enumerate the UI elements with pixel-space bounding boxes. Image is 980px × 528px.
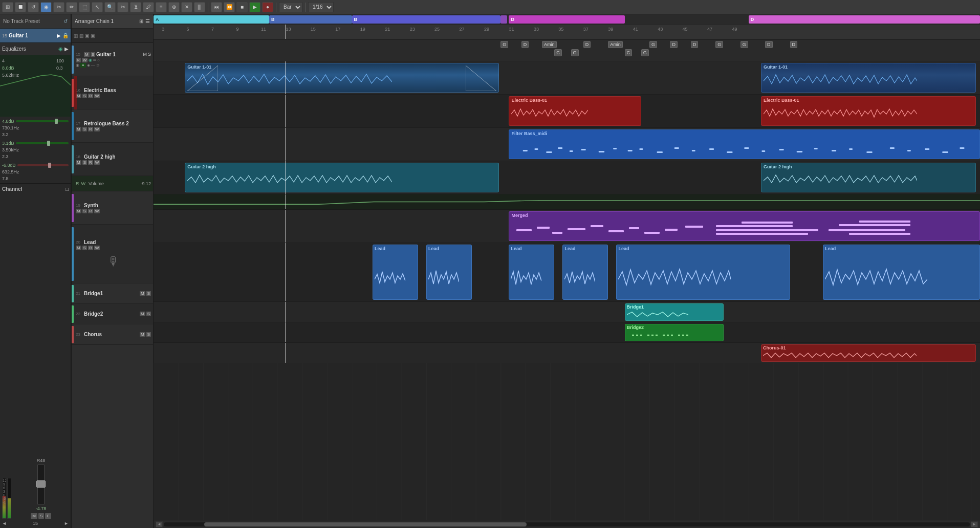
track-r-bass[interactable]: R: [88, 94, 93, 98]
track-w-synth[interactable]: W: [94, 209, 100, 213]
clip-bridge2[interactable]: Bridge2: [625, 324, 724, 341]
clip-lead-1[interactable]: Lead: [373, 245, 418, 300]
toolbar-btn-stop[interactable]: ■: [236, 2, 248, 12]
clip-bass-01-mid[interactable]: Electric Bass-01: [509, 96, 641, 126]
toolbar-btn-7[interactable]: ⬚: [79, 2, 90, 12]
preset-refresh-icon[interactable]: ↺: [63, 18, 68, 24]
fader-1-handle[interactable]: [55, 119, 58, 124]
track-s-bass[interactable]: S: [82, 94, 87, 98]
track-s-bridge2[interactable]: S: [146, 312, 151, 316]
clip-lead-6[interactable]: Lead: [823, 245, 980, 300]
clip-synth-merged[interactable]: Merged: [509, 211, 980, 241]
track-solo-guitar1[interactable]: S: [148, 52, 151, 57]
arrangement-area[interactable]: Guitar 1-01 Guitar 1-01: [154, 61, 980, 520]
clip-lead-5[interactable]: Lead: [616, 245, 790, 300]
toolbar-btn-select[interactable]: ↖: [92, 2, 103, 12]
toolbar-btn-5[interactable]: ✂: [53, 2, 64, 12]
toolbar-btn-back[interactable]: ⏪: [224, 2, 235, 12]
toolbar-btn-10[interactable]: ✂: [117, 2, 128, 12]
track-m-synth[interactable]: M: [76, 209, 81, 213]
track-options-icon[interactable]: ▶: [57, 33, 61, 38]
arranger-expand-icon[interactable]: ⊞: [139, 18, 143, 24]
s-btn[interactable]: S: [38, 513, 44, 519]
track-m-lead[interactable]: M: [76, 246, 81, 250]
channel-options-btn[interactable]: □: [66, 186, 69, 192]
toolbar-btn-active[interactable]: ◉: [40, 2, 52, 12]
track-w-btn-guitar1[interactable]: W: [82, 58, 88, 62]
track-m-retrologue[interactable]: M: [76, 127, 81, 131]
clip-guitar2-right[interactable]: Guitar 2 high: [761, 163, 976, 192]
toolbar-btn-12[interactable]: 🖊: [143, 2, 154, 12]
track-s-guitar1[interactable]: S: [91, 52, 95, 57]
toolbar-btn-rewind[interactable]: ⏮: [211, 2, 222, 12]
fader-2-handle[interactable]: [47, 141, 50, 146]
clip-bass-01-right[interactable]: Electric Bass-01: [761, 96, 976, 126]
toolbar-btn-loop[interactable]: ↺: [28, 2, 39, 12]
track-s-synth[interactable]: S: [82, 209, 87, 213]
toolbar-btn-16[interactable]: |||: [194, 2, 205, 12]
track-m-guitar2[interactable]: M: [76, 160, 81, 165]
toolbar-btn-15[interactable]: ✕: [181, 2, 192, 12]
automation-w-btn[interactable]: W: [81, 181, 86, 186]
track-lock-icon[interactable]: 🔒: [62, 33, 69, 38]
track-w-bass[interactable]: W: [94, 94, 100, 98]
track-m-bridge1[interactable]: M: [140, 291, 145, 296]
scrollbar-track[interactable]: [164, 522, 970, 526]
clip-guitar2-left[interactable]: Guitar 2 high: [185, 163, 499, 192]
quantize-select[interactable]: 1/16: [308, 2, 334, 12]
pan-knob-right[interactable]: ►: [64, 521, 69, 526]
toolbar-btn-record[interactable]: ●: [262, 2, 273, 12]
track-r-synth[interactable]: R: [88, 209, 93, 213]
clip-guitar1-01-right[interactable]: Guitar 1-01: [761, 63, 976, 93]
track-mute-guitar1[interactable]: M: [143, 52, 147, 57]
automation-r-btn[interactable]: R: [76, 181, 79, 186]
toolbar-btn-snap[interactable]: 🔲: [15, 2, 26, 12]
toolbar-btn-grid[interactable]: ⊞: [2, 2, 13, 12]
track-w-retrologue[interactable]: W: [94, 127, 100, 131]
scroll-right-btn[interactable]: ►: [971, 521, 978, 527]
toolbar-btn-14[interactable]: ⊕: [168, 2, 180, 12]
track-s-retrologue[interactable]: S: [82, 127, 87, 131]
clip-lead-3[interactable]: Lead: [509, 245, 554, 300]
clip-lead-4[interactable]: Lead: [562, 245, 608, 300]
eq-power-btn[interactable]: ◉: [58, 46, 63, 52]
toolbar-btn-6[interactable]: ✏: [66, 2, 77, 12]
fader-1[interactable]: [16, 120, 69, 122]
track-m-chorus[interactable]: M: [140, 332, 145, 337]
arranger-settings-icon[interactable]: ☰: [145, 18, 150, 24]
fader-3[interactable]: [17, 164, 69, 166]
track-m-bridge2[interactable]: M: [140, 312, 145, 316]
guitar-track-selector[interactable]: 15 Guitar 1 ▶ 🔒: [0, 29, 71, 43]
pan-knob-left[interactable]: ◄: [2, 521, 7, 526]
clip-lead-2[interactable]: Lead: [426, 245, 472, 300]
track-r-guitar2[interactable]: R: [88, 160, 93, 165]
e-btn[interactable]: E: [45, 513, 51, 519]
eq-expand-btn[interactable]: ▶: [64, 46, 69, 52]
fader-2[interactable]: [16, 142, 69, 144]
track-s-chorus[interactable]: S: [146, 332, 151, 337]
fader-3-handle[interactable]: [48, 163, 51, 168]
track-r-btn-guitar1[interactable]: R: [76, 58, 81, 62]
track-w-guitar2[interactable]: W: [94, 160, 100, 165]
track-s-bridge1[interactable]: S: [146, 291, 151, 296]
zoom-select[interactable]: Bar: [279, 2, 302, 12]
toolbar-btn-11[interactable]: ⊻: [130, 2, 141, 12]
scroll-left-btn[interactable]: ◄: [156, 521, 163, 527]
clip-chorus-01[interactable]: Chorus-01: [761, 344, 976, 362]
track-w-lead[interactable]: W: [94, 246, 100, 250]
main-fader-handle[interactable]: [36, 480, 46, 488]
clip-guitar1-01-main[interactable]: Guitar 1-01: [185, 63, 499, 93]
toolbar-btn-play[interactable]: ▶: [249, 2, 260, 12]
scrollbar-thumb[interactable]: [204, 522, 527, 526]
toolbar-btn-9[interactable]: 🔍: [104, 2, 116, 12]
track-s-lead[interactable]: S: [82, 246, 87, 250]
track-r-lead[interactable]: R: [88, 246, 93, 250]
track-r-retrologue[interactable]: R: [88, 127, 93, 131]
clip-bridge1[interactable]: Bridge1: [625, 303, 724, 321]
track-s-guitar2[interactable]: S: [82, 160, 87, 165]
toolbar-btn-13[interactable]: ≡: [156, 2, 167, 12]
clip-filterbass-midi[interactable]: Filter Bass_midi: [509, 129, 980, 159]
m-btn[interactable]: M: [31, 513, 37, 519]
track-monitor-guitar1[interactable]: ◉: [89, 58, 92, 62]
main-fader[interactable]: [37, 464, 45, 505]
